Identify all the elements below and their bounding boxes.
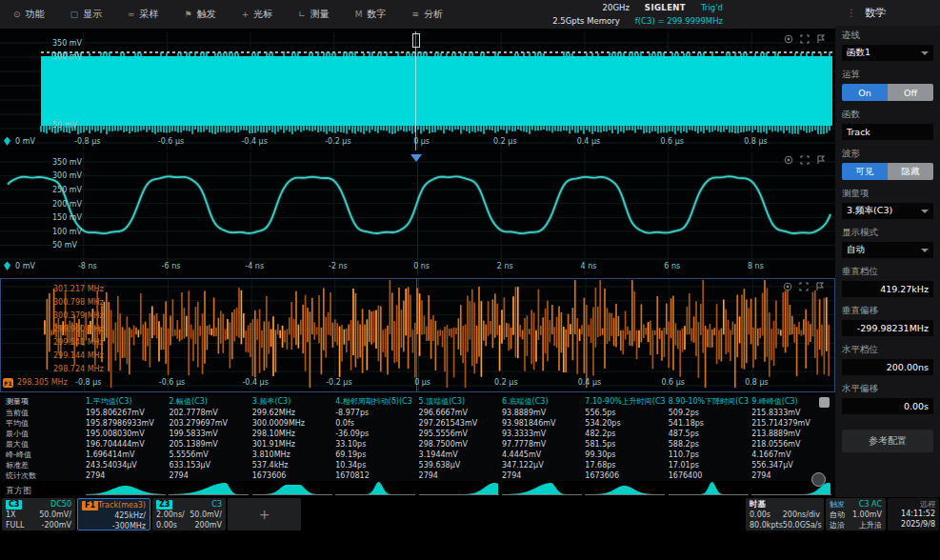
measurement-value: 1676400 <box>669 471 751 480</box>
function-field[interactable]: Track <box>842 124 933 140</box>
histogram-strip: 直方图 <box>0 481 835 497</box>
channel-coupling-label: Track(mea3) <box>98 501 146 510</box>
trigger-icon: ⚑ <box>185 10 192 19</box>
measurement-item-label: 测量项 <box>842 188 933 200</box>
flag-icon[interactable] <box>816 34 826 44</box>
operation-on-button[interactable]: On <box>842 84 888 101</box>
channel-descriptor-c3[interactable]: C3DC501X50.0mV/FULL-200mV <box>2 498 75 530</box>
status-row-2: 2.5Gpts Memory f(C3) = 299.9999MHz <box>552 14 723 28</box>
measurement-value: 581.5ps <box>585 440 668 449</box>
table-row-label: 当前值 <box>0 408 86 418</box>
menu-item-label: 显示 <box>83 8 102 21</box>
x-axis-label: 0.8 µs <box>729 378 784 387</box>
clock-box[interactable]: 远程 14:11:52 2025/9/8 <box>888 498 939 530</box>
digital-icon: M <box>355 10 363 19</box>
channel-row: -300MHz <box>82 521 146 531</box>
sidebar-header[interactable]: ⋮ 数学 <box>835 0 940 26</box>
trigger-position-handle[interactable] <box>412 33 420 48</box>
add-channel-button[interactable]: + <box>228 498 301 530</box>
x-axis-label: -0.6 µs <box>144 137 199 146</box>
mini-histogram <box>86 481 166 496</box>
measurement-value: 0.0fs <box>335 419 418 428</box>
horizontal-scale-field[interactable]: 200.00ns <box>842 359 933 375</box>
channel-coupling-label: DC50 <box>50 500 71 509</box>
measurement-value: 1673606 <box>252 471 335 480</box>
mini-histogram-cell <box>502 481 585 500</box>
measurement-table: 测量项1.平均值(C3)2.幅值(C3)3.频率(C3)4.相邻周期抖动(δ)(… <box>0 395 835 481</box>
reference-config-button[interactable]: 参考配置 <box>842 430 933 452</box>
bottom-bar: C3DC501X50.0mV/FULL-200mVF1Track(mea3)42… <box>0 498 940 531</box>
table-expand-button[interactable] <box>819 397 830 408</box>
menu-item-measure[interactable]: ∟测量 <box>298 8 330 21</box>
function-value: Track <box>847 127 870 137</box>
histogram-scroll-button[interactable] <box>811 472 826 487</box>
measurement-column-header: 7.10-90%上升时间(C3 <box>585 396 668 407</box>
measurement-value: 196.704444mV <box>86 440 169 449</box>
mini-histogram <box>669 481 749 496</box>
vertical-offset-label: 垂直偏移 <box>842 305 933 317</box>
y-axis-label: 50 mV <box>52 241 77 250</box>
operation-toggle[interactable]: On Off <box>842 84 933 101</box>
y-axis-label: 350 mV <box>52 39 82 48</box>
flag-icon[interactable] <box>815 282 825 291</box>
mini-histogram <box>169 481 249 496</box>
trigger-position-line <box>415 31 416 150</box>
display-mode-select[interactable]: 自动 <box>842 242 933 258</box>
trigger-mode: 自动 <box>830 510 845 520</box>
math-sidebar: ⋮ 数学 迹线 函数1 运算 On Off 函数 Track 波形 <box>835 0 940 497</box>
measurement-item-select[interactable]: 3.频率(C3) <box>842 203 933 219</box>
menu-item-analysis[interactable]: ≡分析 <box>412 8 444 21</box>
trigger-marker-icon[interactable] <box>410 154 422 162</box>
menu-item-display[interactable]: ▢显示 <box>70 8 103 21</box>
menu-item-acquire[interactable]: ≈采样 <box>128 8 159 21</box>
channel-header: C3DC50 <box>6 499 71 510</box>
menu-item-digital[interactable]: M数字 <box>355 8 387 21</box>
math-overview-panel[interactable]: 350 mV300 mV50 mV0 mV-0.8 µs-0.6 µs-0.4 … <box>0 31 835 150</box>
trigger-box[interactable]: 触发 C3 AC 自动 1.00mV 边沿 上升沿 <box>826 498 886 530</box>
measurement-value: 195.806267mV <box>86 409 169 417</box>
flag-icon[interactable] <box>816 155 826 165</box>
measurement-column-header: 4.相邻周期抖动(δ)(C3 <box>335 396 418 407</box>
waveform-hidden-button[interactable]: 隐藏 <box>888 163 933 180</box>
channel-scale: 425kHz/ <box>114 511 146 520</box>
x-axis-label: -4 ns <box>227 262 282 270</box>
trigger-source: C3 AC <box>859 500 882 509</box>
display-settings-icon[interactable] <box>783 282 792 291</box>
vertical-offset-field[interactable]: -299.98231MHz <box>842 320 933 336</box>
y-axis-label: 301.217 MHz <box>53 285 104 293</box>
expand-icon[interactable] <box>800 155 810 165</box>
channel-offset: -200mV <box>42 521 71 530</box>
waveform-toggle[interactable]: 可见 隐藏 <box>842 163 933 180</box>
expand-icon[interactable] <box>799 282 809 291</box>
menu-item-cursor[interactable]: +光标 <box>242 8 273 21</box>
timebase-title: 时基 <box>750 499 820 510</box>
vertical-scale-field[interactable]: 419.27kHz <box>842 281 933 297</box>
channel-descriptor-f1[interactable]: F1Track(mea3)425kHz/-300MHz <box>77 498 150 530</box>
horizontal-offset-field[interactable]: 0.00s <box>842 398 933 414</box>
horizontal-scale-label: 水平档位 <box>842 344 933 356</box>
trace-control: 迹线 函数1 <box>842 30 933 61</box>
chevron-down-icon <box>921 210 929 213</box>
histogram-label: 直方图 <box>0 485 86 497</box>
x-axis-row: F1298.305 MHz-0.8 µs-0.6 µs-0.4 µs-0.2 µ… <box>1 376 834 390</box>
x-axis-label: -0.2 µs <box>311 378 367 387</box>
menu-item-trigger[interactable]: ⚑触发 <box>185 8 216 21</box>
waveform-label: 波形 <box>842 148 933 160</box>
memory-label: 2.5Gpts Memory <box>552 14 620 28</box>
channel-row: 0.00s200mV <box>156 520 222 530</box>
display-settings-icon[interactable] <box>784 155 793 165</box>
sidebar-title: 数学 <box>865 6 886 20</box>
expand-icon[interactable] <box>800 34 810 44</box>
frequency-track-panel[interactable]: 301.217 MHz300.798 MHz300.379 MHz299.960… <box>0 278 835 392</box>
trace-select[interactable]: 函数1 <box>842 45 933 61</box>
channel-descriptor-z3[interactable]: Z3C32.00ns/50.0mV/0.00s200mV <box>152 498 226 530</box>
waveform-visible-button[interactable]: 可见 <box>842 163 888 180</box>
mini-histogram-cell <box>419 481 502 500</box>
zoom-waveform-panel[interactable]: 350 mV300 mV250 mV200 mV150 mV100 mV50 m… <box>0 152 835 275</box>
timebase-box[interactable]: 时基 0.00s 200ns/div 80.0kpts 50.0GSa/s <box>746 498 824 530</box>
display-settings-icon[interactable] <box>784 34 793 44</box>
x-axis-label: 0 ns <box>394 262 450 270</box>
menu-item-utility[interactable]: ⊙功能 <box>13 8 45 21</box>
operation-off-button[interactable]: Off <box>888 84 933 101</box>
mini-histogram <box>585 481 665 496</box>
